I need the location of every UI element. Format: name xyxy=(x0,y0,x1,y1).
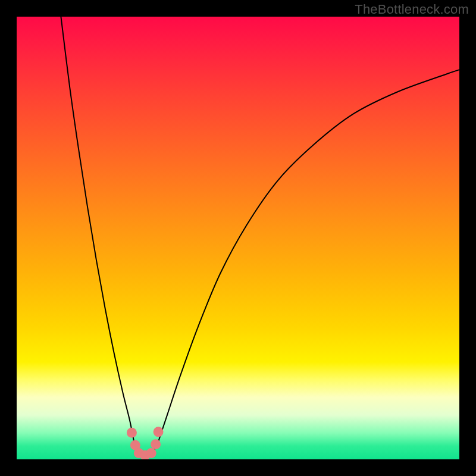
left-curve xyxy=(61,17,134,441)
valley-marker xyxy=(151,439,161,449)
plot-area xyxy=(17,17,459,459)
valley-markers xyxy=(127,427,164,459)
right-curve xyxy=(158,70,459,441)
valley-marker xyxy=(146,448,156,458)
curve-layer xyxy=(17,17,459,459)
chart-frame: TheBottleneck.com xyxy=(0,0,476,476)
valley-marker xyxy=(154,427,164,437)
watermark-text: TheBottleneck.com xyxy=(355,2,469,17)
valley-marker xyxy=(127,428,137,438)
